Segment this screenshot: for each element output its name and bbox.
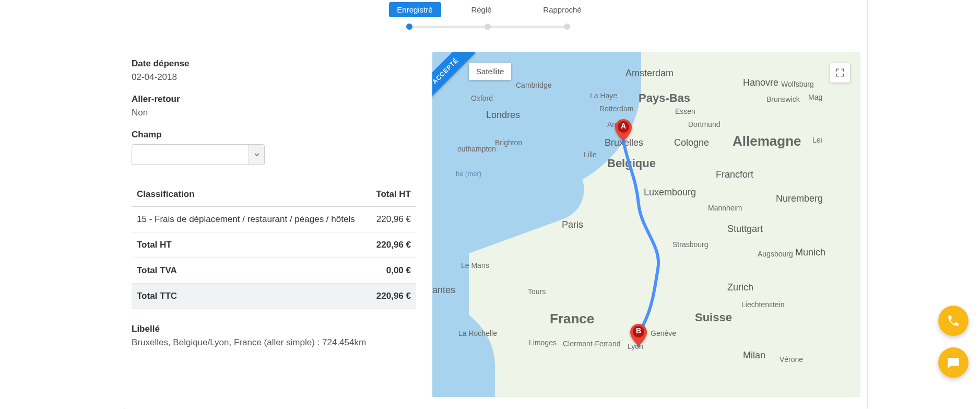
city-label: Wolfsburg <box>781 80 814 88</box>
status-stepper: Enregistré Réglé Rapproché <box>389 2 603 29</box>
libelle-label: Libellé <box>132 324 408 334</box>
marker-a-letter: A <box>615 122 632 130</box>
city-label: Vérone <box>780 355 803 364</box>
expense-card: Enregistré Réglé Rapproché Date dépense … <box>124 0 868 409</box>
city-label: Zurich <box>727 282 753 293</box>
roundtrip-label: Aller-retour <box>132 94 408 104</box>
step-reconciled[interactable]: Rapproché <box>522 2 603 17</box>
chat-fab[interactable] <box>938 347 969 378</box>
row-label: 15 - Frais de déplacement / restaurant /… <box>132 206 361 232</box>
city-label: Brighton <box>495 138 522 147</box>
libelle-value: Bruxelles, Belgique/Lyon, France (aller … <box>132 337 408 348</box>
champ-select[interactable] <box>132 144 265 165</box>
city-label: Le Mans <box>461 261 489 270</box>
city-label: Strasbourg <box>672 240 708 249</box>
step-registered[interactable]: Enregistré <box>389 2 441 17</box>
map-btn-satellite[interactable]: Satellite <box>469 63 511 80</box>
col-total-ht: Total HT <box>361 183 416 206</box>
city-label: La Haye <box>590 91 617 100</box>
date-value: 02-04-2018 <box>132 72 408 83</box>
details-column: Date dépense 02-04-2018 Aller-retour Non… <box>132 59 408 348</box>
table-row: 15 - Frais de déplacement / restaurant /… <box>132 206 416 232</box>
city-label: antes <box>432 285 455 296</box>
city-label: outhampton <box>457 145 496 153</box>
step-dot-1 <box>406 24 412 30</box>
city-label: Essen <box>675 107 695 115</box>
total-ht-value: 220,96 € <box>361 232 416 258</box>
step-dot-2 <box>485 24 491 30</box>
city-label: Mag <box>808 93 822 101</box>
city-label: Lille <box>584 150 597 159</box>
date-label: Date dépense <box>132 59 408 69</box>
city-label: Nuremberg <box>776 193 823 204</box>
map-type-toggle[interactable]: Plan Satellite <box>469 63 511 80</box>
city-label: Londres <box>486 110 520 121</box>
chat-icon <box>947 356 960 369</box>
city-label: Genève <box>651 329 676 337</box>
pricing-table: Classification Total HT 15 - Frais de dé… <box>132 183 416 309</box>
country-label: Pays-Bas <box>639 91 690 105</box>
city-label: Lei <box>812 136 822 144</box>
city-label: Mannheim <box>708 204 742 212</box>
row-total-tva: Total TVA 0,00 € <box>132 258 416 284</box>
map-marker-a[interactable]: A <box>615 119 632 141</box>
total-ttc-value: 220,96 € <box>361 284 416 309</box>
step-settled[interactable]: Réglé <box>441 2 522 17</box>
city-label: Munich <box>795 247 825 258</box>
city-label: Liechtenstein <box>741 300 785 309</box>
col-classification: Classification <box>132 183 361 206</box>
champ-label: Champ <box>132 130 408 140</box>
stepper-track <box>407 24 569 29</box>
city-label: Hanovre <box>743 77 778 88</box>
city-label: Cologne <box>674 137 709 148</box>
country-label: Suisse <box>695 311 732 324</box>
city-label: Luxembourg <box>644 187 696 198</box>
city-label: Rotterdam <box>599 104 633 113</box>
roundtrip-value: Non <box>132 108 408 118</box>
city-label: Stuttgart <box>727 224 763 235</box>
water-label: he (mer) <box>456 170 481 178</box>
city-label: Milan <box>743 350 765 361</box>
row-total-ht: Total HT 220,96 € <box>132 232 416 258</box>
total-tva-label: Total TVA <box>132 258 361 284</box>
city-label: Cambridge <box>516 81 551 89</box>
city-label: Amsterdam <box>625 68 674 79</box>
city-label: Francfort <box>716 169 753 180</box>
city-label: Dortmund <box>688 120 720 128</box>
step-dot-3 <box>564 24 570 30</box>
total-ht-label: Total HT <box>132 232 361 258</box>
phone-fab[interactable] <box>938 306 969 336</box>
row-amount: 220,96 € <box>361 206 416 232</box>
map-marker-b[interactable]: B <box>630 324 647 346</box>
city-label: Oxford <box>471 94 493 102</box>
country-label: France <box>550 311 594 327</box>
country-label: Belgique <box>607 157 656 170</box>
country-label: Allemagne <box>733 133 801 149</box>
chevron-down-icon <box>249 145 264 165</box>
total-ttc-label: Total TTC <box>132 284 361 309</box>
city-label: Paris <box>562 219 583 230</box>
city-label: Brunswick <box>766 95 800 103</box>
route-map[interactable]: ACCEPTÉ Plan Satellite Amsterdam La Haye… <box>432 52 860 397</box>
fullscreen-icon[interactable] <box>830 63 850 83</box>
phone-icon <box>947 314 960 328</box>
row-total-ttc: Total TTC 220,96 € <box>132 284 416 309</box>
city-label: Limoges <box>529 338 557 347</box>
marker-b-letter: B <box>630 326 647 335</box>
champ-select-value <box>132 145 249 165</box>
total-tva-value: 0,00 € <box>361 258 416 284</box>
city-label: Clermont-Ferrand <box>563 340 620 348</box>
city-label: Tours <box>528 287 546 296</box>
city-label: La Rochelle <box>458 329 497 337</box>
city-label: Augsbourg <box>758 250 793 258</box>
